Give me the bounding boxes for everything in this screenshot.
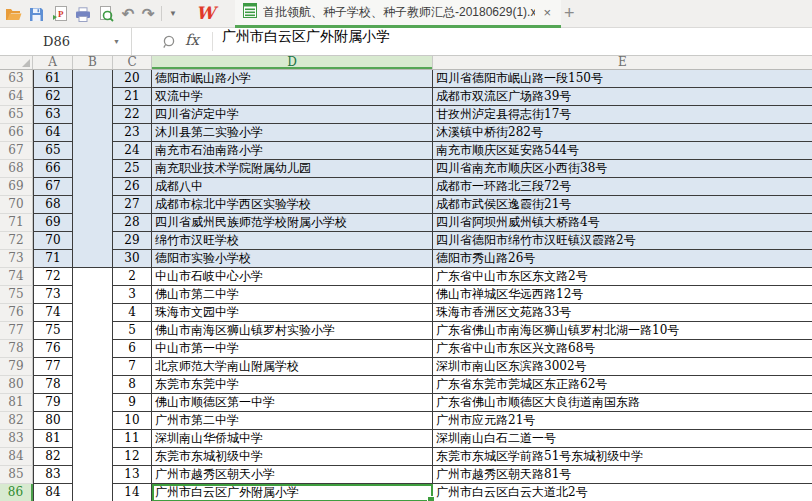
cell-b[interactable] [73,304,113,322]
cell-c[interactable]: 27 [113,196,152,214]
cell-e[interactable]: 南充市顺庆区延安路544号 [433,142,812,160]
cell-b[interactable] [73,268,113,286]
cell-c[interactable]: 3 [113,286,152,304]
cell-d[interactable]: 东莞市东莞中学 [152,376,433,394]
cell-c[interactable]: 8 [113,376,152,394]
cell-c[interactable]: 24 [113,142,152,160]
cell-e[interactable]: 成都市一环路北三段72号 [433,178,812,196]
cell-e[interactable]: 成都市武侯区逸霞街21号 [433,196,812,214]
cell-a[interactable]: 84 [33,484,73,501]
cell-b[interactable] [73,286,113,304]
name-box[interactable]: D86 ▼ [0,28,132,55]
undo-icon[interactable]: ↶ [119,5,137,23]
cell-c[interactable]: 4 [113,304,152,322]
cell-b[interactable] [73,430,113,448]
cell-c[interactable]: 25 [113,160,152,178]
cell-c[interactable]: 10 [113,412,152,430]
formula-input[interactable]: 广州市白云区广外附属小学 [222,28,812,46]
redo-icon[interactable]: ↷ [139,5,157,23]
cell-a[interactable]: 73 [33,286,73,304]
stamp-icon[interactable] [160,33,178,51]
row-header-cell[interactable]: 70 [0,196,33,214]
cell-b[interactable] [73,178,113,196]
document-tab[interactable]: 首批领航、种子学校、种子教师汇总-20180629(1).xlsx × [235,0,561,28]
print-preview-icon[interactable] [97,5,115,23]
cell-e[interactable]: 广东省佛山市南海区狮山镇罗村北湖一路10号 [433,322,812,340]
row-header-cell[interactable]: 69 [0,178,33,196]
cell-b[interactable] [73,448,113,466]
cell-c[interactable]: 5 [113,322,152,340]
cell-c[interactable]: 11 [113,430,152,448]
row-header-cell[interactable]: 67 [0,142,33,160]
row-header-cell[interactable]: 86 [0,484,33,501]
cell-b[interactable] [73,376,113,394]
cell-d[interactable]: 深圳南山华侨城中学 [152,430,433,448]
cell-a[interactable]: 81 [33,430,73,448]
new-tab-icon[interactable]: + [564,3,575,24]
cell-a[interactable]: 65 [33,142,73,160]
cell-d[interactable]: 沐川县第二实验小学 [152,124,433,142]
cell-d[interactable]: 德阳市实验小学校 [152,250,433,268]
cell-e[interactable]: 广东省中山市东区东文路2号 [433,268,812,286]
row-header-cell[interactable]: 80 [0,376,33,394]
row-header-cell[interactable]: 78 [0,340,33,358]
cell-d[interactable]: 绵竹市汉旺学校 [152,232,433,250]
cell-c[interactable]: 14 [113,484,152,501]
print-icon[interactable] [74,5,92,23]
select-all-corner[interactable] [0,56,33,69]
row-header-cell[interactable]: 76 [0,304,33,322]
column-header-b[interactable]: B [73,56,113,69]
cell-a[interactable]: 72 [33,268,73,286]
cell-b[interactable] [73,250,113,268]
row-header-cell[interactable]: 73 [0,250,33,268]
cell-b[interactable] [73,484,113,501]
cell-e[interactable]: 广州市应元路21号 [433,412,812,430]
cell-a[interactable]: 77 [33,358,73,376]
cell-a[interactable]: 63 [33,106,73,124]
cell-b[interactable] [73,196,113,214]
cell-d[interactable]: 成都市棕北中学西区实验学校 [152,196,433,214]
cell-a[interactable]: 80 [33,412,73,430]
cell-d[interactable]: 中山市石岐中心小学 [152,268,433,286]
column-header-e[interactable]: E [433,56,812,69]
cell-b[interactable] [73,124,113,142]
cell-b[interactable] [73,358,113,376]
cell-c[interactable]: 26 [113,178,152,196]
name-box-dropdown-icon[interactable]: ▼ [113,38,131,45]
cell-b[interactable] [73,106,113,124]
cell-b[interactable] [73,394,113,412]
cell-d[interactable]: 东莞市东城初级中学 [152,448,433,466]
cell-a[interactable]: 70 [33,232,73,250]
cell-e[interactable]: 德阳市秀山路26号 [433,250,812,268]
cell-e[interactable]: 深圳市南山区东滨路3002号 [433,358,812,376]
toolbar-dropdown-icon[interactable]: ▼ [169,9,177,18]
row-header-cell[interactable]: 68 [0,160,33,178]
cell-d[interactable]: 广州市越秀区朝天小学 [152,466,433,484]
cell-b[interactable] [73,466,113,484]
row-header-cell[interactable]: 83 [0,430,33,448]
cell-c[interactable]: 30 [113,250,152,268]
cell-a[interactable]: 61 [33,70,73,88]
column-header-a[interactable]: A [33,56,73,69]
wps-logo[interactable]: W [196,3,214,23]
cell-b[interactable] [73,160,113,178]
cell-c[interactable]: 12 [113,448,152,466]
cell-c[interactable]: 6 [113,340,152,358]
close-tab-icon[interactable]: × [541,5,553,20]
cell-b[interactable] [73,88,113,106]
cell-a[interactable]: 64 [33,124,73,142]
cell-e[interactable]: 甘孜州泸定县得志街17号 [433,106,812,124]
cell-e[interactable]: 沐溪镇中桥街282号 [433,124,812,142]
cell-e[interactable]: 广东省东莞市莞城区东正路62号 [433,376,812,394]
cell-e[interactable]: 广东省中山市东区兴文路68号 [433,340,812,358]
cell-e[interactable]: 东莞市东城区学前路51号东城初级中学 [433,448,812,466]
cell-a[interactable]: 74 [33,304,73,322]
cell-c[interactable]: 7 [113,358,152,376]
cell-e[interactable]: 广州市越秀区朝天路81号 [433,466,812,484]
cell-a[interactable]: 79 [33,394,73,412]
cell-c[interactable]: 22 [113,106,152,124]
row-header-cell[interactable]: 79 [0,358,33,376]
cell-b[interactable] [73,340,113,358]
cell-d[interactable]: 佛山市顺德区第一中学 [152,394,433,412]
cell-b[interactable] [73,232,113,250]
